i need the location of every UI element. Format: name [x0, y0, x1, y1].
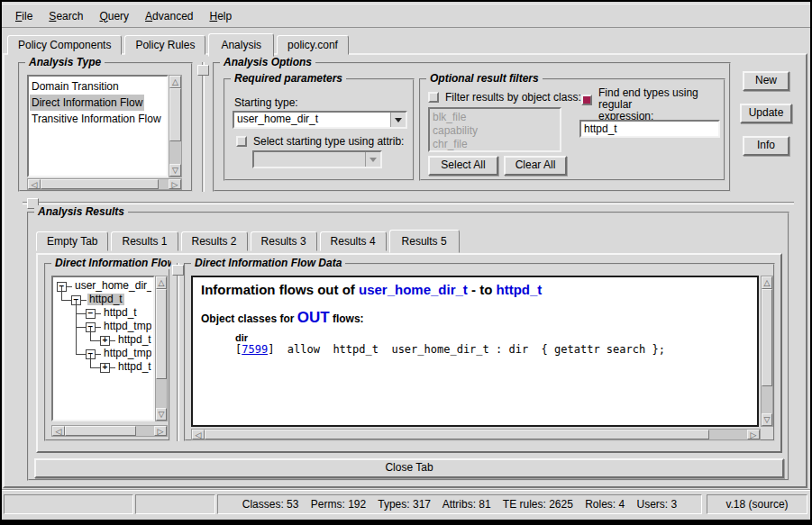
- chevron-down-icon[interactable]: [365, 152, 380, 167]
- scroll-right-icon[interactable]: ▷: [747, 430, 760, 439]
- tree-connector: [61, 300, 71, 301]
- menu-item-file[interactable]: File: [7, 8, 41, 24]
- results-tab-results-1[interactable]: Results 1: [111, 231, 178, 251]
- results-tab-results-2[interactable]: Results 2: [181, 231, 248, 251]
- analysis-type-listbox[interactable]: Domain TransitionDirect Information Flow…: [27, 75, 169, 177]
- starting-type-combobox[interactable]: user_home_dir_t: [233, 111, 407, 129]
- tree-expand-icon[interactable]: +: [100, 336, 110, 346]
- analysis-options-title: Analysis Options: [220, 56, 315, 68]
- optional-filters-frame: Optional result filters Filter results b…: [419, 78, 725, 181]
- attrib-checkbox[interactable]: [236, 136, 247, 147]
- scroll-down-icon[interactable]: ▽: [762, 413, 772, 426]
- scroll-up-icon[interactable]: △: [156, 276, 167, 289]
- scrollbar-trough[interactable]: [156, 289, 167, 408]
- flow-tree-frame: Direct Information Flow Tree −user_home_…: [44, 263, 170, 441]
- scroll-down-icon[interactable]: ▽: [169, 164, 181, 177]
- tree-connector: [76, 313, 77, 327]
- regex-input[interactable]: httpd_t: [579, 120, 720, 138]
- info-button[interactable]: Info: [743, 136, 789, 156]
- scroll-down-icon[interactable]: ▽: [156, 408, 167, 421]
- tree-node-httpd-t[interactable]: httpd_t: [116, 334, 151, 346]
- flow-data-text[interactable]: Information flows out of user_home_dir_t…: [191, 276, 759, 427]
- scroll-up-icon[interactable]: △: [762, 276, 772, 289]
- tab-policy-components[interactable]: Policy Components: [7, 35, 122, 55]
- update-button[interactable]: Update: [740, 104, 792, 123]
- menu-item-query[interactable]: Query: [91, 8, 137, 24]
- scrollbar-thumb[interactable]: [65, 426, 136, 436]
- results-sash-vertical[interactable]: [174, 263, 181, 441]
- scroll-up-icon[interactable]: △: [169, 76, 181, 88]
- chevron-down-icon[interactable]: [390, 113, 406, 127]
- scrollbar-thumb[interactable]: [762, 289, 772, 386]
- required-parameters-title: Required parameters: [231, 72, 346, 85]
- flow-heading-prefix: Information flows out of: [201, 282, 359, 297]
- menu-item-search[interactable]: Search: [41, 8, 91, 24]
- sash-handle[interactable]: [197, 65, 209, 76]
- scrollbar-thumb[interactable]: [41, 179, 159, 189]
- attrib-combobox[interactable]: [252, 150, 382, 168]
- analysis-type-item-domain-transition[interactable]: Domain Transition: [30, 78, 121, 95]
- scroll-left-icon[interactable]: ◁: [52, 426, 65, 436]
- tree-connector: [90, 367, 100, 368]
- object-class-filter-checkbox[interactable]: [428, 92, 439, 103]
- flow-data-vscrollbar[interactable]: △ ▽: [761, 276, 773, 427]
- scrollbar-trough[interactable]: [65, 426, 154, 436]
- tree-expand-icon[interactable]: +: [100, 363, 110, 373]
- analysis-type-vscrollbar[interactable]: △ ▽: [169, 75, 182, 177]
- results-tab-results-5[interactable]: Results 5: [389, 230, 460, 253]
- analysis-type-item-direct-information-flow[interactable]: Direct Information Flow: [30, 95, 144, 111]
- flow-source-type: user_home_dir_t: [359, 282, 468, 297]
- tree-node-httpd-t[interactable]: httpd_t: [87, 294, 124, 305]
- scroll-right-icon[interactable]: ▷: [169, 179, 181, 189]
- tree-node-httpd-tmpfs-t[interactable]: httpd_tmpfs_t: [102, 348, 151, 359]
- object-class-listbox[interactable]: blk_filecapabilitychr_file: [428, 107, 561, 152]
- analysis-type-hscrollbar[interactable]: ◁ ▷: [27, 178, 182, 190]
- menu-item-advanced[interactable]: Advanced: [137, 8, 201, 24]
- scrollbar-trough[interactable]: [762, 289, 772, 413]
- menu-item-help[interactable]: Help: [201, 8, 240, 24]
- pane-sash-horizontal[interactable]: [23, 199, 794, 206]
- results-tab-empty-tab[interactable]: Empty Tab: [36, 231, 108, 251]
- close-tab-button[interactable]: Close Tab: [34, 458, 784, 478]
- tree-node-httpd-t[interactable]: httpd_t: [116, 361, 151, 373]
- flow-tree-hscrollbar[interactable]: ◁ ▷: [51, 425, 168, 437]
- tree-collapse-icon[interactable]: −: [86, 309, 96, 319]
- clear-all-button[interactable]: Clear All: [504, 156, 567, 176]
- scroll-left-icon[interactable]: ◁: [192, 430, 205, 439]
- results-panel: Direct Information Flow Tree −user_home_…: [36, 253, 782, 453]
- sash-line: [23, 202, 794, 204]
- scrollbar-thumb[interactable]: [169, 88, 181, 141]
- new-button[interactable]: New: [743, 71, 789, 91]
- flow-tree[interactable]: −user_home_dir_t−httpd_t−httpd_t−httpd_t…: [51, 276, 155, 421]
- regex-checkbox[interactable]: [581, 95, 592, 105]
- tree-node-httpd-tmp-t[interactable]: httpd_tmp_t: [102, 321, 151, 332]
- results-tab-results-3[interactable]: Results 3: [251, 231, 317, 251]
- scrollbar-thumb[interactable]: [205, 430, 709, 439]
- select-all-button[interactable]: Select All: [428, 156, 498, 176]
- tree-connector: [76, 313, 86, 314]
- scrollbar-thumb[interactable]: [156, 289, 167, 379]
- flow-data-hscrollbar[interactable]: ◁ ▷: [191, 429, 761, 440]
- tree-node-user-home-dir-t[interactable]: user_home_dir_t: [73, 280, 151, 292]
- scrollbar-trough[interactable]: [205, 430, 747, 439]
- tab-policy-rules[interactable]: Policy Rules: [124, 35, 205, 55]
- object-class-item-blk-file: blk_file: [431, 111, 468, 124]
- pane-sash-vertical[interactable]: [199, 62, 206, 192]
- flow-tree-canvas: −user_home_dir_t−httpd_t−httpd_t−httpd_t…: [55, 279, 151, 418]
- tab-analysis[interactable]: Analysis: [208, 33, 274, 57]
- rule-line: [7599] allow httpd_t user_home_dir_t : d…: [235, 343, 749, 356]
- scrollbar-trough[interactable]: [169, 88, 181, 164]
- tab-policy-conf[interactable]: policy.conf: [277, 35, 349, 55]
- rule-text: allow httpd_t user_home_dir_t : dir { ge…: [274, 343, 664, 356]
- sash-handle[interactable]: [172, 265, 184, 276]
- results-tab-results-4[interactable]: Results 4: [320, 231, 387, 251]
- scroll-left-icon[interactable]: ◁: [28, 179, 41, 189]
- tree-node-httpd-t[interactable]: httpd_t: [102, 307, 139, 319]
- scroll-right-icon[interactable]: ▷: [154, 426, 167, 436]
- scrollbar-trough[interactable]: [41, 179, 169, 189]
- analysis-type-item-transitive-information-flow[interactable]: Transitive Information Flow: [30, 111, 163, 127]
- tree-connector: [76, 327, 86, 328]
- flow-tree-vscrollbar[interactable]: △ ▽: [155, 276, 168, 421]
- rule-number-link[interactable]: 7599: [242, 343, 268, 356]
- flow-tree-title: Direct Information Flow Tree: [51, 257, 171, 269]
